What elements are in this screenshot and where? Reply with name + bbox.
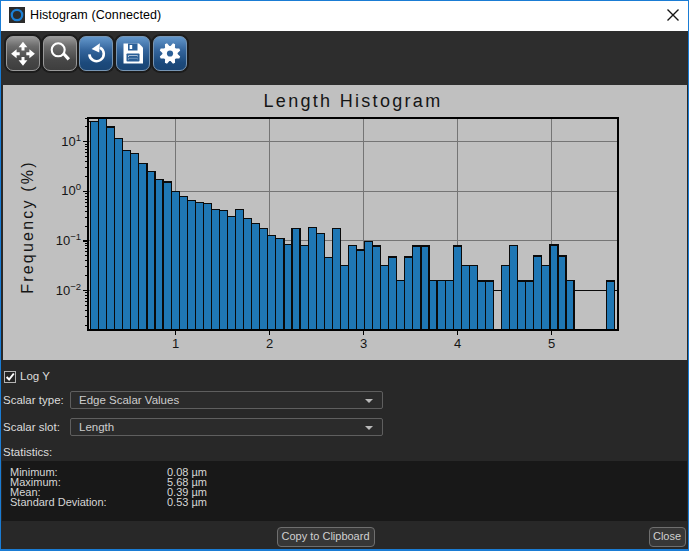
svg-text:3: 3: [360, 336, 367, 351]
svg-text:1: 1: [172, 336, 179, 351]
svg-text:Length Histogram: Length Histogram: [264, 91, 443, 111]
svg-text:4: 4: [454, 336, 461, 351]
svg-text:2: 2: [266, 336, 273, 351]
svg-text:5: 5: [548, 336, 555, 351]
svg-text:Frequency (%): Frequency (%): [19, 160, 36, 294]
